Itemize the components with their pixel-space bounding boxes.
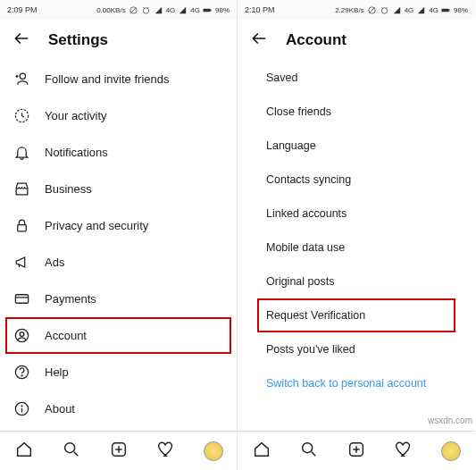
row-label: Business — [45, 182, 92, 196]
page-title: Settings — [48, 31, 108, 49]
row-label: Ads — [45, 256, 64, 269]
row-follow-invite[interactable]: Follow and invite friends — [0, 61, 237, 97]
nav-avatar[interactable] — [204, 441, 223, 461]
svg-point-21 — [64, 442, 74, 452]
battery-icon — [203, 5, 213, 15]
status-bar: 2:09 PM 0.00KB/s 4G 4G 98% — [0, 0, 237, 20]
net-speed: 2.29KB/s — [335, 6, 363, 14]
row-ads[interactable]: Ads — [0, 244, 237, 281]
row-switch-personal[interactable]: Switch back to personal account — [238, 366, 475, 400]
nav-add[interactable] — [347, 440, 366, 463]
battery-pct: 98% — [215, 6, 230, 14]
svg-line-29 — [381, 6, 382, 7]
row-label: Help — [45, 365, 69, 379]
row-label: Switch back to personal account — [266, 377, 426, 390]
signal-4g-2: 4G — [190, 6, 200, 14]
header: Account — [238, 20, 475, 61]
row-label: Saved — [266, 71, 297, 84]
storefront-icon — [13, 180, 30, 197]
nav-search[interactable] — [299, 440, 319, 463]
row-label: Account — [45, 329, 87, 342]
svg-line-22 — [73, 451, 78, 456]
svg-rect-32 — [449, 9, 450, 11]
card-icon — [13, 290, 30, 307]
status-bar: 2:10 PM 2.29KB/s 4G 4G 98% — [238, 0, 475, 20]
back-button[interactable] — [13, 29, 30, 51]
signal-icon — [154, 5, 163, 15]
watermark: wsxdn.com — [428, 415, 472, 425]
clock-dashed-icon — [13, 107, 30, 124]
row-label: Your activity — [45, 109, 107, 122]
nav-add[interactable] — [109, 440, 129, 463]
add-person-icon — [13, 71, 30, 88]
svg-point-17 — [21, 375, 22, 376]
svg-line-30 — [386, 6, 387, 7]
row-label: Language — [266, 139, 316, 152]
row-label: Privacy and security — [45, 219, 148, 232]
row-request-verification[interactable]: Request Verification — [257, 298, 455, 332]
row-notifications[interactable]: Notifications — [0, 134, 237, 171]
svg-point-7 — [20, 73, 25, 79]
net-speed: 0.00KB/s — [96, 6, 125, 14]
row-label: Original posts — [266, 275, 334, 288]
svg-point-28 — [381, 7, 387, 13]
row-label: Mobile data use — [266, 241, 345, 254]
row-account[interactable]: Account — [5, 317, 231, 354]
row-activity[interactable]: Your activity — [0, 97, 237, 134]
alarm-icon — [141, 5, 151, 15]
signal-icon-2 — [178, 5, 188, 15]
signal-4g: 4G — [166, 6, 176, 14]
account-screen: 2:10 PM 2.29KB/s 4G 4G 98% Account Saved… — [238, 0, 475, 470]
nav-home[interactable] — [14, 440, 34, 463]
svg-rect-11 — [17, 225, 26, 231]
row-language[interactable]: Language — [238, 129, 475, 163]
signal-4g: 4G — [405, 6, 414, 14]
row-about[interactable]: About — [0, 390, 237, 427]
row-business[interactable]: Business — [0, 171, 237, 207]
bell-icon — [13, 144, 30, 161]
svg-rect-6 — [211, 9, 212, 11]
nav-heart[interactable] — [394, 440, 413, 463]
svg-rect-31 — [441, 8, 448, 12]
svg-point-15 — [20, 332, 24, 337]
row-privacy[interactable]: Privacy and security — [0, 207, 237, 244]
row-linked-accounts[interactable]: Linked accounts — [238, 197, 475, 231]
row-saved[interactable]: Saved — [238, 61, 475, 95]
battery-icon — [441, 5, 451, 15]
nav-heart[interactable] — [156, 440, 176, 463]
row-help[interactable]: Help — [0, 354, 237, 390]
bottom-nav — [238, 431, 475, 470]
lock-icon — [13, 217, 30, 234]
nav-home[interactable] — [252, 440, 271, 463]
svg-point-33 — [302, 442, 312, 452]
svg-rect-12 — [15, 295, 28, 304]
svg-point-2 — [143, 7, 148, 13]
row-mobile-data[interactable]: Mobile data use — [238, 231, 475, 264]
back-button[interactable] — [250, 29, 268, 51]
account-list: Saved Close friends Language Contacts sy… — [238, 61, 475, 470]
row-label: Contacts syncing — [266, 173, 351, 186]
settings-screen: 2:09 PM 0.00KB/s 4G 4G 98% Settings Foll… — [0, 0, 238, 470]
settings-list: Follow and invite friends Your activity … — [0, 61, 237, 470]
nav-avatar[interactable] — [441, 441, 461, 461]
nav-search[interactable] — [62, 440, 81, 463]
row-close-friends[interactable]: Close friends — [238, 95, 475, 129]
row-posts-liked[interactable]: Posts you've liked — [238, 332, 475, 366]
clock: 2:09 PM — [7, 5, 38, 14]
megaphone-icon — [13, 254, 30, 271]
row-original-posts[interactable]: Original posts — [238, 264, 475, 298]
info-icon — [13, 400, 30, 417]
page-title: Account — [286, 31, 347, 49]
row-label: Notifications — [45, 146, 108, 159]
row-contacts-syncing[interactable]: Contacts syncing — [238, 163, 475, 197]
svg-rect-5 — [203, 8, 210, 12]
signal-icon — [392, 5, 402, 15]
bottom-nav — [0, 431, 237, 470]
signal-icon-2 — [416, 5, 426, 15]
help-icon — [13, 364, 30, 381]
header: Settings — [0, 20, 237, 61]
clock: 2:10 PM — [245, 5, 275, 14]
row-label: Posts you've liked — [266, 343, 355, 356]
row-payments[interactable]: Payments — [0, 281, 237, 317]
battery-pct: 98% — [454, 6, 468, 14]
